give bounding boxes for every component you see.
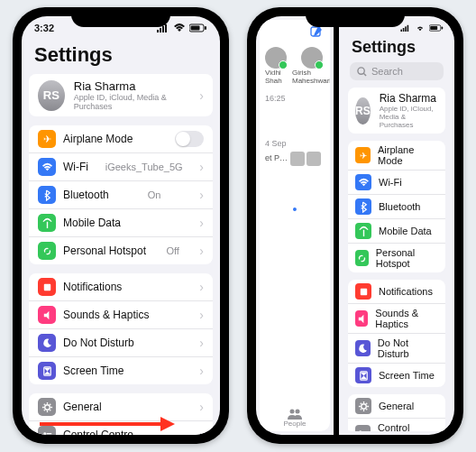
account-name: Ria Sharma — [74, 79, 191, 93]
svg-rect-8 — [43, 283, 50, 290]
settings-row-wifi[interactable]: Wi-FiiGeeks_Tube_5G› — [29, 153, 213, 181]
settings-group-notify: Notifications›Sounds & Haptics›Do Not Di… — [29, 273, 213, 384]
bluetooth-icon — [38, 186, 56, 204]
settings-row-sounds[interactable]: Sounds & Haptics — [348, 304, 445, 334]
svg-point-23 — [295, 410, 299, 414]
chevron-right-icon: › — [199, 160, 204, 174]
settings-row-notifications[interactable]: Notifications — [348, 280, 445, 304]
sounds-icon — [38, 306, 56, 324]
hotspot-icon — [355, 250, 369, 266]
settings-group-network: ✈Airplane ModeWi-FiiGeeks_Tube_5G›Blueto… — [29, 125, 213, 264]
chevron-right-icon: › — [199, 280, 204, 294]
contact-item[interactable]: Vidhi Shah — [265, 47, 287, 85]
chevron-right-icon: › — [199, 400, 204, 414]
svg-rect-5 — [205, 26, 206, 30]
settings-row-dnd[interactable]: Do Not Disturb› — [29, 329, 213, 357]
phone-right: Vidhi Shah Girish Maheshwari 16:25 4 Sep… — [247, 7, 463, 444]
settings-group-general: GeneralControl CentreAADisplay & Brightn… — [348, 394, 445, 431]
row-value: Off — [166, 245, 178, 256]
dnd-icon — [355, 340, 371, 356]
chevron-right-icon: › — [199, 244, 204, 258]
settings-row-bluetooth[interactable]: BluetoothOn› — [29, 181, 213, 209]
messages-card[interactable]: Vidhi Shah Girish Maheshwari 16:25 4 Sep… — [260, 20, 330, 431]
general-icon — [38, 398, 56, 416]
svg-rect-2 — [162, 26, 164, 32]
contact-avatar — [265, 47, 287, 69]
row-label: Screen Time — [63, 364, 124, 377]
message-snippet: 4 Sep et P… — [260, 103, 330, 166]
chevron-right-icon: › — [199, 216, 204, 230]
account-row[interactable]: RS Ria Sharma Apple ID, iCloud, Media & … — [348, 88, 445, 134]
settings-row-bluetooth[interactable]: Bluetooth — [348, 195, 445, 219]
settings-row-dnd[interactable]: Do Not Disturb — [348, 334, 445, 364]
wifi-status-icon — [173, 23, 186, 32]
battery-icon — [429, 24, 444, 32]
svg-rect-1 — [160, 28, 161, 32]
chevron-right-icon: › — [199, 336, 204, 350]
svg-rect-29 — [442, 26, 444, 29]
general-icon — [355, 398, 371, 414]
settings-row-hotspot[interactable]: Personal Hotspot — [348, 244, 445, 272]
settings-row-airplane[interactable]: ✈Airplane Mode — [29, 125, 213, 153]
settings-row-mobiledata[interactable]: Mobile Data — [348, 219, 445, 244]
contact-name: Vidhi Shah — [265, 69, 287, 85]
settings-row-screentime[interactable]: Screen Time› — [29, 357, 213, 384]
tab-bar: People — [260, 409, 330, 428]
settings-row-general[interactable]: General› — [29, 393, 213, 421]
svg-rect-34 — [360, 288, 366, 294]
mobiledata-icon — [38, 214, 56, 232]
settings-row-sounds[interactable]: Sounds & Haptics› — [29, 301, 213, 329]
hotspot-icon — [38, 242, 56, 260]
search-placeholder: Search — [371, 66, 403, 77]
row-label: Bluetooth — [379, 201, 420, 212]
row-label: Bluetooth — [63, 189, 109, 201]
svg-point-22 — [289, 410, 294, 414]
chevron-right-icon: › — [199, 428, 204, 435]
svg-point-31 — [358, 67, 364, 73]
row-label: Sounds & Haptics — [63, 309, 149, 321]
settings-row-general[interactable]: General — [348, 394, 445, 419]
account-name: Ria Sharma — [380, 92, 438, 105]
row-label: Do Not Disturb — [378, 337, 438, 359]
contact-item[interactable]: Girish Maheshwari — [292, 47, 330, 85]
row-label: Control Centre — [63, 429, 133, 435]
row-label: General — [379, 401, 414, 411]
compose-icon[interactable] — [310, 25, 323, 41]
account-row[interactable]: RS Ria Sharma Apple ID, iCloud, Media & … — [29, 74, 213, 116]
row-label: Screen Time — [379, 370, 435, 381]
search-input[interactable]: Search — [350, 62, 444, 80]
settings-row-controlcentre[interactable]: Control Centre› — [29, 421, 213, 435]
row-label: Control Centre — [378, 422, 438, 431]
app-switcher-screen: Vidhi Shah Girish Maheshwari 16:25 4 Sep… — [256, 16, 454, 435]
settings-card[interactable]: Settings Search RS Ria Sharma Apple ID, … — [343, 20, 451, 431]
search-icon — [357, 67, 367, 77]
svg-line-32 — [363, 73, 366, 76]
thumbnail — [290, 152, 305, 166]
screentime-icon — [38, 362, 56, 380]
settings-group-general: General›Control Centre›AADisplay & Brigh… — [29, 393, 213, 435]
row-label: General — [63, 401, 102, 413]
settings-row-wifi[interactable]: Wi-Fi — [348, 171, 445, 195]
toggle[interactable] — [175, 131, 204, 147]
airplane-icon: ✈ — [38, 130, 56, 148]
mobiledata-icon — [355, 223, 371, 239]
avatar: RS — [355, 97, 371, 125]
row-label: Mobile Data — [379, 226, 432, 236]
settings-row-mobiledata[interactable]: Mobile Data› — [29, 209, 213, 237]
settings-row-controlcentre[interactable]: Control Centre — [348, 419, 445, 431]
chevron-right-icon: › — [199, 308, 204, 322]
row-label: Wi-Fi — [63, 161, 88, 173]
status-time: 3:32 — [34, 23, 54, 33]
row-label: Sounds & Haptics — [375, 308, 438, 329]
svg-rect-26 — [405, 26, 407, 32]
settings-row-notifications[interactable]: Notifications› — [29, 273, 213, 301]
row-value: On — [148, 189, 161, 200]
message-time: 16:25 — [260, 85, 330, 103]
message-date: 4 Sep — [265, 139, 325, 148]
thumbnail — [307, 152, 321, 166]
tab-people[interactable]: People — [284, 409, 307, 428]
settings-row-screentime[interactable]: Screen Time — [348, 364, 445, 387]
settings-row-airplane[interactable]: ✈Airplane Mode — [348, 141, 445, 171]
settings-row-hotspot[interactable]: Personal HotspotOff› — [29, 237, 213, 264]
battery-icon — [189, 23, 207, 32]
